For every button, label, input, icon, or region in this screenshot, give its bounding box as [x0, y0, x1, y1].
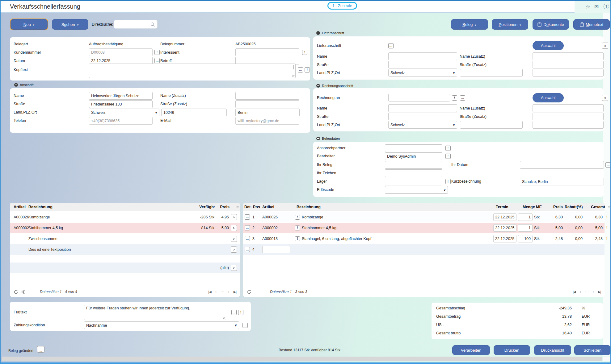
anschrift-section-header[interactable]: Anschrift — [14, 83, 34, 87]
horizontal-scrollbar[interactable] — [2, 357, 602, 361]
liefer-ort-field[interactable] — [533, 69, 604, 77]
artikel-info-button[interactable]: ! — [295, 236, 300, 241]
druckansicht-button[interactable]: Druckansicht — [534, 345, 571, 355]
alle-row[interactable]: (alle) > — [10, 263, 240, 273]
name-zusatz-field[interactable] — [235, 92, 299, 100]
col-termin[interactable]: Termin — [496, 205, 508, 209]
drucken-button[interactable]: Drucken — [494, 345, 530, 355]
context-badge[interactable]: 1 - Zentrale — [327, 2, 357, 10]
rechnung-clear-button[interactable]: x — [602, 95, 608, 101]
grid-menu-icon[interactable]: ≡ — [236, 205, 239, 209]
col-preis[interactable]: Preis — [553, 205, 563, 209]
kundennummer-field[interactable] — [89, 48, 153, 56]
collapse-icon[interactable] — [14, 83, 18, 87]
liefer-strasse-zusatz-field[interactable] — [533, 61, 604, 68]
next-page-icon[interactable]: › — [228, 290, 230, 294]
rechnung-strasse-field[interactable] — [388, 113, 457, 120]
status-detail-button[interactable]: … — [37, 346, 44, 353]
help-icon[interactable]: ? — [604, 4, 609, 9]
last-page-icon[interactable]: ▶| — [234, 290, 236, 294]
col-bezeichnung[interactable]: Bezeichnung — [297, 205, 321, 209]
first-page-icon[interactable]: |◀ — [573, 290, 575, 294]
uebernehmen-button[interactable]: > — [231, 225, 237, 231]
uebernehmen-button[interactable]: > — [231, 246, 237, 253]
position-row[interactable]: … 3 A000013 ! Stahlnagel, 6 cm lang, abg… — [243, 234, 605, 244]
menge-field[interactable] — [518, 235, 533, 242]
last-page-icon[interactable]: ▶| — [598, 290, 601, 294]
position-row-new[interactable]: … 4 — [243, 244, 605, 255]
rechnung-strasse-zusatz-field[interactable] — [533, 113, 604, 120]
detail-button[interactable]: … — [245, 247, 250, 252]
rechnung-land-select[interactable]: Schweiz ∨ — [388, 121, 457, 129]
collapse-icon[interactable] — [316, 31, 320, 35]
land-select[interactable]: Schweiz ∨ — [89, 109, 159, 116]
ihr-zeichen-field[interactable] — [385, 169, 442, 177]
col-artikel[interactable]: Artikel — [14, 205, 26, 209]
belegdaten-section-header[interactable]: Belegdaten — [316, 137, 340, 140]
artikel-info-button[interactable]: ! — [295, 225, 300, 230]
bearbeiter-info-button[interactable]: ! — [445, 154, 451, 159]
list-item[interactable]: Dies ist eine Textposition > — [10, 244, 240, 255]
next-page-icon[interactable]: › — [593, 290, 594, 294]
kopftext-info-button[interactable]: ! — [305, 67, 310, 72]
ihr-datum-picker-button[interactable]: … — [605, 162, 611, 168]
col-det[interactable]: Det. — [244, 205, 252, 209]
col-preis[interactable]: Preis — [220, 205, 230, 209]
refresh-icon[interactable] — [247, 290, 251, 294]
prev-page-icon[interactable]: ‹ — [580, 290, 581, 294]
collapse-icon[interactable] — [316, 137, 320, 140]
position-row[interactable]: … 1 A000026 ! Kombizange Stk 6,30 0,00 6… — [243, 212, 605, 223]
detail-button[interactable]: … — [245, 214, 250, 220]
rechnungsanschrift-section-header[interactable]: Rechnungsanschrift — [316, 84, 353, 88]
liefer-plz-field[interactable] — [460, 69, 523, 77]
rechnung-name-field[interactable] — [388, 104, 457, 112]
col-verfuegbar[interactable]: Verfügb: — [199, 205, 215, 209]
detail-button[interactable]: … — [245, 236, 250, 241]
kopftext-scrollbar[interactable] — [293, 65, 294, 69]
collapse-icon[interactable] — [316, 84, 320, 88]
first-page-icon[interactable]: |◀ — [208, 290, 211, 294]
favorite-star-icon[interactable]: ☆ — [585, 3, 590, 10]
grid-menu-icon[interactable]: ≡ — [608, 205, 610, 209]
detail-button[interactable]: … — [245, 225, 250, 230]
beleg-button[interactable]: Beleg ∨ — [451, 19, 488, 30]
col-artikel[interactable]: Artikel — [262, 205, 274, 209]
dokumente-button[interactable]: Dokumente — [533, 19, 569, 30]
rechnung-auswahl-button[interactable]: Auswahl — [533, 93, 564, 102]
fusstext-edit-button[interactable]: … — [231, 310, 237, 315]
termin-field[interactable] — [493, 235, 516, 242]
uebernehmen-alle-button[interactable]: > — [231, 265, 237, 271]
kopftext-edit-button[interactable]: … — [298, 67, 303, 72]
verarbeiten-button[interactable]: Verarbeiten — [452, 345, 490, 355]
rechnung-an-info-button[interactable]: ! — [452, 95, 457, 101]
more-pages-icon[interactable]: ⋯ — [221, 290, 224, 294]
positionen-button[interactable]: Positionen ∨ — [492, 19, 528, 30]
datum-picker-button[interactable]: … — [154, 58, 160, 63]
erloescode-select[interactable]: ∨ — [385, 186, 448, 194]
plz-field[interactable] — [161, 109, 227, 116]
lager-field[interactable] — [385, 178, 442, 185]
fusstext-info-button[interactable]: ! — [238, 310, 243, 315]
col-pos[interactable]: Pos — [253, 205, 260, 209]
artikel-field[interactable] — [262, 246, 290, 253]
schliessen-button[interactable]: Schließen — [574, 345, 611, 355]
rechnung-name-zusatz-field[interactable] — [533, 104, 604, 112]
kopftext-resize-handle[interactable] — [292, 75, 295, 77]
list-item[interactable]: A000026 Kombizange -285 Stk 4,95 > — [10, 212, 240, 223]
strasse-field[interactable] — [89, 100, 153, 108]
memotext-button[interactable]: Memotext — [573, 19, 610, 30]
suchen-button[interactable]: Suchen ∨ — [52, 19, 88, 30]
mail-icon[interactable]: ✉ — [594, 4, 599, 10]
termin-field[interactable] — [493, 224, 516, 232]
neu-button[interactable]: Neu ∨ — [11, 19, 48, 30]
name-field[interactable] — [89, 92, 153, 100]
ansprechpartner-field[interactable] — [385, 144, 442, 152]
strasse-zusatz-field[interactable] — [235, 100, 299, 108]
termin-field[interactable] — [493, 213, 516, 221]
lieferanschrift-section-header[interactable]: Lieferanschrift — [316, 31, 344, 35]
search-input[interactable] — [116, 20, 150, 28]
kopftext-field[interactable] — [89, 64, 296, 78]
email-field[interactable] — [235, 117, 299, 125]
zahlungskondition-edit-button[interactable]: … — [242, 323, 248, 328]
rechnung-an-field[interactable] — [388, 94, 450, 101]
